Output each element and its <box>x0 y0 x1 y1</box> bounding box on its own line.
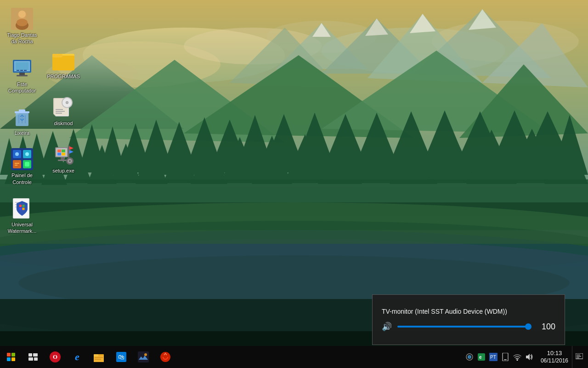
svg-text:PT: PT <box>490 355 496 360</box>
svg-rect-82 <box>19 73 25 75</box>
diskmod-label: diskmod <box>54 120 73 126</box>
universal-watermark-icon <box>11 197 33 219</box>
svg-rect-112 <box>23 208 25 210</box>
svg-rect-129 <box>57 150 61 152</box>
taskbar: O e 🛍 <box>0 346 588 368</box>
volume-slider[interactable] <box>397 326 531 328</box>
computer-icon <box>11 57 33 79</box>
icon-setup-exe[interactable]: setup.exe <box>45 142 82 176</box>
icon-painel-controle[interactable]: Painel deControle <box>4 146 40 187</box>
task-view-icon <box>28 353 38 361</box>
user-profile-label: Tiago Dantasda Rocha <box>7 32 37 45</box>
taskbar-file-explorer[interactable] <box>88 346 110 368</box>
svg-marker-135 <box>69 150 74 154</box>
tray-icon-language[interactable]: PT <box>488 351 499 362</box>
svg-point-100 <box>25 152 29 156</box>
icon-diskmod[interactable]: diskmod <box>45 94 82 128</box>
svg-text:e: e <box>479 355 482 360</box>
wifi-icon <box>513 353 521 361</box>
svg-point-123 <box>67 102 68 104</box>
svg-rect-132 <box>62 153 65 155</box>
recycle-bin-icon <box>11 106 33 128</box>
mobile-icon <box>502 353 509 361</box>
store-icon: 🛍 <box>116 352 126 362</box>
diskmod-icon <box>52 96 74 118</box>
icon-universal-watermark[interactable]: UniversalWatermark... <box>4 196 40 236</box>
volume-control-row: 🔊 100 <box>382 322 555 332</box>
svg-rect-102 <box>15 165 17 166</box>
lixeira-label: Lixeira <box>15 130 29 136</box>
icon-user-profile[interactable]: Tiago Dantasda Rocha <box>4 6 40 47</box>
clock-date: 06/11/2016 <box>541 357 568 365</box>
taskbar-opera[interactable]: O <box>44 346 66 368</box>
svg-rect-83 <box>17 75 28 76</box>
icon-programas[interactable]: PROGRAMAS <box>45 47 82 81</box>
programas-folder-icon <box>52 50 74 70</box>
volume-popup: TV-monitor (Intel SST Audio Device (WDM)… <box>372 294 565 345</box>
svg-rect-111 <box>19 208 22 210</box>
universal-watermark-label: UniversalWatermark... <box>8 221 37 235</box>
user-avatar-icon <box>11 8 33 30</box>
svg-rect-164 <box>504 359 507 360</box>
svg-rect-136 <box>61 157 64 160</box>
svg-rect-130 <box>62 150 65 152</box>
svg-rect-143 <box>28 357 33 361</box>
svg-rect-131 <box>57 153 61 155</box>
keyboard-icon <box>466 353 473 361</box>
icon-lixeira[interactable]: Lixeira <box>4 104 40 138</box>
taskbar-ie[interactable]: e <box>66 346 88 368</box>
svg-text:🛍: 🛍 <box>118 353 124 361</box>
svg-rect-133 <box>68 145 69 158</box>
desktop-icons-right: PROGRAMAS <box>41 2 83 183</box>
tray-icon-wifi[interactable] <box>512 351 523 362</box>
svg-point-153 <box>144 353 147 356</box>
tray-icon-vpn[interactable]: e <box>476 351 487 362</box>
language-icon: PT <box>489 353 498 361</box>
svg-rect-148 <box>95 357 103 358</box>
svg-rect-110 <box>23 205 25 207</box>
volume-value: 100 <box>537 322 555 332</box>
opera-icon: O <box>50 351 61 362</box>
control-panel-icon <box>11 148 33 170</box>
svg-marker-134 <box>69 146 74 150</box>
svg-rect-137 <box>58 160 67 161</box>
photos-icon <box>138 351 149 362</box>
svg-rect-126 <box>56 113 62 114</box>
programas-label: PROGRAMAS <box>47 73 80 80</box>
task-view-button[interactable] <box>22 346 44 368</box>
taskbar-right: e PT <box>462 346 588 368</box>
svg-rect-84 <box>15 62 29 70</box>
tray-icon-mobile[interactable] <box>500 351 511 362</box>
file-explorer-icon <box>94 352 105 362</box>
este-computador-label: EsteComputador <box>8 81 36 94</box>
icon-este-computador[interactable]: EsteComputador <box>4 55 40 96</box>
svg-rect-90 <box>19 109 25 112</box>
taskbar-photos[interactable] <box>132 346 154 368</box>
tray-icon-keyboard[interactable] <box>464 351 475 362</box>
svg-point-99 <box>15 152 19 156</box>
notification-center-button[interactable] <box>572 346 586 368</box>
system-tray: e PT <box>462 351 537 362</box>
svg-rect-87 <box>24 70 27 71</box>
svg-rect-142 <box>33 353 38 356</box>
svg-rect-168 <box>577 355 580 356</box>
clock-time: 10:13 <box>547 350 562 357</box>
volume-speaker-icon[interactable]: 🔊 <box>382 322 392 332</box>
svg-rect-125 <box>56 111 65 112</box>
taskbar-store[interactable]: 🛍 <box>110 346 132 368</box>
svg-rect-86 <box>20 70 23 71</box>
app6-icon <box>160 351 171 362</box>
svg-rect-116 <box>52 54 62 58</box>
svg-rect-147 <box>94 354 98 356</box>
desktop: Tiago Dantasda Rocha EsteComputador <box>0 0 588 368</box>
setup-exe-label: setup.exe <box>52 167 74 174</box>
tray-icon-volume[interactable] <box>524 351 535 362</box>
svg-rect-141 <box>28 353 32 356</box>
svg-marker-166 <box>526 354 530 360</box>
clock[interactable]: 10:13 06/11/2016 <box>537 346 572 368</box>
taskbar-app6[interactable] <box>154 346 176 368</box>
start-button[interactable] <box>0 346 22 368</box>
taskbar-left: O e 🛍 <box>0 346 176 368</box>
svg-rect-109 <box>19 205 22 207</box>
svg-point-158 <box>469 356 470 358</box>
